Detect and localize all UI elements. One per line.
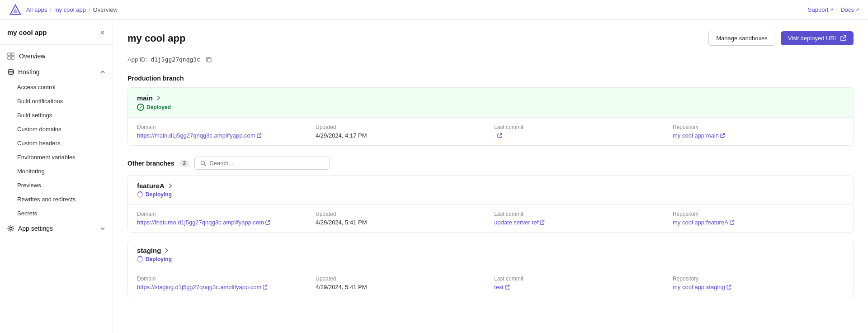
staging-repo-label: Repository — [673, 276, 844, 282]
featurea-domain-col: Domain https://featurea.d1j5gg27qnqg3c.a… — [137, 211, 308, 226]
ext-icon — [730, 220, 735, 225]
main-repo-label: Repository — [673, 124, 844, 130]
featurea-branch-name-row: featureA — [137, 182, 844, 190]
featurea-commit-col: Last commit update server ref — [494, 211, 665, 226]
sidebar-collapse-button[interactable]: « — [99, 27, 105, 37]
featurea-updated-col: Updated 4/29/2024, 5:41 PM — [316, 211, 487, 226]
sidebar-sub-build-settings[interactable]: Build settings — [0, 108, 113, 122]
sidebar-sub-access-control[interactable]: Access control — [0, 80, 113, 94]
copy-app-id-button[interactable] — [204, 55, 214, 64]
visit-deployed-url-button[interactable]: Visit deployed URL — [781, 31, 854, 45]
staging-branch-header: staging Deploying — [128, 240, 853, 269]
staging-commit-label: Last commit — [494, 276, 665, 282]
amplify-logo-icon — [9, 4, 22, 16]
staging-branch-name-row: staging — [137, 247, 844, 254]
featurea-branch-body: Domain https://featurea.d1j5gg27qnqg3c.a… — [128, 205, 853, 232]
top-nav-actions: Support ↗ Docs ↗ — [808, 6, 859, 13]
main-branch-chevron-icon — [156, 95, 161, 101]
support-link[interactable]: Support ↗ — [808, 6, 834, 13]
branch-search-input[interactable] — [210, 160, 324, 166]
other-branches-header: Other branches 2 — [127, 157, 854, 170]
sidebar-sub-custom-domains[interactable]: Custom domains — [0, 122, 113, 136]
header-actions: Manage sandboxes Visit deployed URL — [708, 31, 854, 46]
main-branch-card: main ✓ Deployed Domain https://main.d1j5… — [127, 87, 854, 146]
main-branch-name[interactable]: main — [137, 94, 153, 102]
main-branch-status: ✓ Deployed — [137, 104, 844, 111]
sidebar-sub-build-notifications[interactable]: Build notifications — [0, 94, 113, 108]
svg-line-15 — [268, 220, 270, 223]
deployed-check-icon: ✓ — [137, 104, 144, 111]
external-link-icon: ↗ — [855, 7, 859, 12]
featurea-branch-name[interactable]: featureA — [137, 182, 165, 190]
external-link-icon — [840, 35, 846, 41]
ext-icon — [263, 285, 268, 290]
featurea-domain-link[interactable]: https://featurea.d1j5gg27qnqg3c.amplifya… — [137, 219, 308, 226]
hosting-section-left: Hosting — [7, 68, 39, 76]
featurea-updated-value: 4/29/2024, 5:41 PM — [316, 219, 487, 226]
app-settings-icon — [7, 225, 14, 232]
staging-domain-label: Domain — [137, 276, 308, 282]
staging-branch-body: Domain https://staging.d1j5gg27qnqg3c.am… — [128, 269, 853, 297]
sidebar-sub-monitoring[interactable]: Monitoring — [0, 164, 113, 178]
breadcrumb-all-apps[interactable]: All apps — [26, 6, 47, 13]
hosting-icon — [7, 68, 14, 76]
svg-point-7 — [10, 228, 12, 230]
staging-repo-col: Repository my cool app:staging — [673, 276, 844, 290]
featurea-repo-link[interactable]: my cool app:featureA — [673, 219, 844, 226]
main-domain-col: Domain https://main.d1j5gg27qnqg3c.ampli… — [137, 124, 308, 139]
main-commit-link[interactable]: - — [494, 132, 665, 139]
sidebar-sub-secrets[interactable]: Secrets — [0, 206, 113, 220]
main-branch-name-row: main — [137, 94, 844, 102]
breadcrumb-current: Overview — [93, 6, 118, 13]
sidebar-section-hosting[interactable]: Hosting — [0, 64, 113, 80]
svg-rect-5 — [11, 57, 14, 59]
svg-line-8 — [843, 36, 846, 38]
app-settings-label: App settings — [18, 225, 53, 232]
app-id-row: App ID: d1j5gg27qnqg3c — [127, 55, 854, 64]
svg-line-12 — [722, 133, 725, 136]
docs-link[interactable]: Docs ↗ — [840, 6, 859, 13]
ext-icon — [505, 285, 510, 290]
main-content: my cool app Manage sandboxes Visit deplo… — [113, 20, 868, 333]
svg-line-19 — [507, 285, 509, 287]
external-link-icon: ↗ — [830, 7, 833, 12]
main-repo-col: Repository my cool app:main — [673, 124, 844, 139]
staging-branch-name[interactable]: staging — [137, 247, 161, 254]
staging-domain-link[interactable]: https://staging.d1j5gg27qnqg3c.amplifyap… — [137, 284, 308, 290]
main-domain-link[interactable]: https://main.d1j5gg27qnqg3c.amplifyapp.c… — [137, 132, 308, 139]
breadcrumb-app-name[interactable]: my cool app — [54, 6, 86, 13]
featurea-branch-status: Deploying — [137, 191, 844, 198]
main-branch-body: Domain https://main.d1j5gg27qnqg3c.ampli… — [128, 118, 853, 145]
sidebar-section-app-settings[interactable]: App settings — [0, 220, 113, 237]
svg-line-17 — [732, 220, 734, 223]
sidebar-nav: Overview Hosting Access control B — [0, 45, 113, 240]
staging-commit-link[interactable]: test — [494, 284, 665, 290]
staging-updated-col: Updated 4/29/2024, 5:41 PM — [316, 276, 487, 290]
svg-line-10 — [259, 133, 261, 136]
staging-commit-col: Last commit test — [494, 276, 665, 290]
main-commit-col: Last commit - — [494, 124, 665, 139]
main-updated-label: Updated — [316, 124, 487, 130]
overview-label: Overview — [19, 52, 45, 60]
sidebar-sub-custom-headers[interactable]: Custom headers — [0, 136, 113, 150]
featurea-domain-label: Domain — [137, 211, 308, 217]
staging-repo-link[interactable]: my cool app:staging — [673, 284, 844, 290]
breadcrumb-area: All apps / my cool app / Overview — [9, 4, 118, 16]
ext-icon — [726, 285, 731, 290]
ext-icon — [720, 133, 725, 138]
sidebar-sub-previews[interactable]: Previews — [0, 178, 113, 192]
featurea-branch-card: featureA Deploying Domain https://featur… — [127, 175, 854, 233]
staging-updated-label: Updated — [316, 276, 487, 282]
sidebar-item-overview[interactable]: Overview — [0, 48, 113, 64]
app-id-value: d1j5gg27qnqg3c — [151, 56, 200, 63]
featurea-commit-link[interactable]: update server ref — [494, 219, 665, 226]
featurea-branch-chevron-icon — [167, 183, 173, 189]
main-repo-link[interactable]: my cool app:main — [673, 132, 844, 139]
svg-line-20 — [729, 285, 731, 287]
sidebar-sub-environment-variables[interactable]: Environment variables — [0, 150, 113, 164]
deploying-spinner-icon — [137, 256, 143, 262]
main-branch-header: main ✓ Deployed — [128, 88, 853, 118]
manage-sandboxes-button[interactable]: Manage sandboxes — [708, 31, 775, 46]
breadcrumb-sep-2: / — [89, 6, 90, 13]
sidebar-sub-rewrites-redirects[interactable]: Rewrites and redirects — [0, 192, 113, 206]
